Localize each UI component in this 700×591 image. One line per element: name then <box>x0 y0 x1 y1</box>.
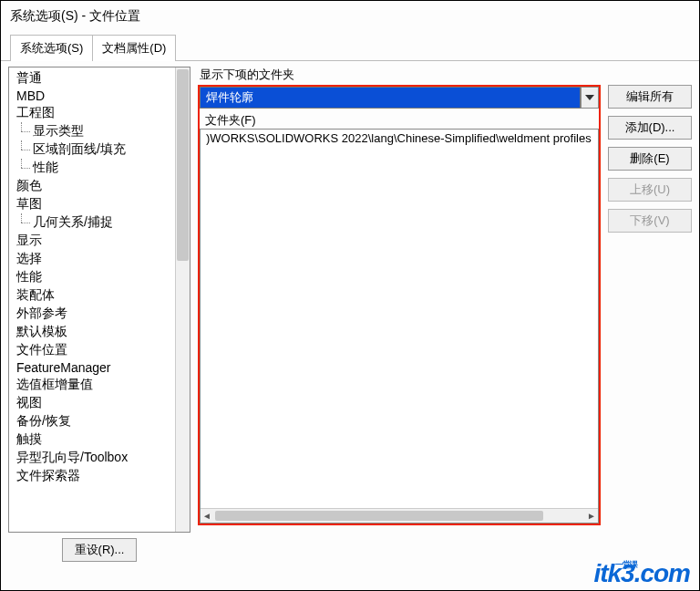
tree-item[interactable]: 触摸 <box>9 430 175 449</box>
tree-item[interactable]: 普通 <box>9 69 175 88</box>
dialog-title: 系统选项(S) - 文件位置 <box>1 1 699 32</box>
watermark: itk3.com 一堂课 <box>593 559 690 588</box>
delete-button[interactable]: 删除(E) <box>608 147 692 171</box>
tree-item[interactable]: 文件位置 <box>9 341 175 359</box>
watermark-suffix: .com <box>634 559 690 587</box>
dropdown-arrow-button[interactable] <box>581 87 599 109</box>
tree-item[interactable]: 异型孔向导/Toolbox <box>9 449 175 467</box>
tree-item[interactable]: 草图 <box>9 195 175 213</box>
folder-hscrollbar[interactable]: ◄ ► <box>201 508 598 523</box>
content-area: 普通MBD工程图显示类型区域剖面线/填充性能颜色草图几何关系/捕捉显示选择性能装… <box>1 61 699 567</box>
tree-item[interactable]: 备份/恢复 <box>9 412 175 430</box>
tab-system-options[interactable]: 系统选项(S) <box>10 35 93 61</box>
tree-item[interactable]: 外部参考 <box>9 305 175 323</box>
folder-list[interactable]: )WORKS\SOLIDWORKS 2022\lang\Chinese-Simp… <box>200 129 599 524</box>
scroll-thumb[interactable] <box>177 69 189 261</box>
tree-item[interactable]: 几何关系/捕捉 <box>9 213 175 232</box>
tree-item[interactable]: 性能 <box>9 268 175 286</box>
tree-item[interactable]: FeatureManager <box>9 359 175 376</box>
watermark-sub: 一堂课 <box>615 561 637 569</box>
folder-type-dropdown[interactable]: 焊件轮廓 <box>200 87 581 109</box>
scroll-left-icon[interactable]: ◄ <box>202 511 211 521</box>
tree-item[interactable]: 性能 <box>9 159 175 177</box>
tab-row: 系统选项(S) 文档属性(D) <box>1 32 699 61</box>
folder-path-item[interactable]: )WORKS\SOLIDWORKS 2022\lang\Chinese-Simp… <box>201 130 598 147</box>
tree-item[interactable]: 默认模板 <box>9 323 175 341</box>
scroll-right-icon[interactable]: ► <box>587 511 596 521</box>
tree-item[interactable]: 区域剖面线/填充 <box>9 140 175 159</box>
dropdown-row: 焊件轮廓 <box>200 87 599 109</box>
tree-item[interactable]: 选值框增量值 <box>9 376 175 394</box>
category-tree: 普通MBD工程图显示类型区域剖面线/填充性能颜色草图几何关系/捕捉显示选择性能装… <box>8 67 190 533</box>
tree-item[interactable]: 显示类型 <box>9 122 175 140</box>
tree-item[interactable]: 文件探索器 <box>9 467 175 485</box>
edit-all-button[interactable]: 编辑所有 <box>608 85 692 109</box>
tree-item[interactable]: 装配体 <box>9 286 175 305</box>
hscroll-thumb[interactable] <box>215 511 543 521</box>
dropdown-value: 焊件轮廓 <box>206 89 253 106</box>
move-down-button[interactable]: 下移(V) <box>608 209 692 233</box>
left-column: 普通MBD工程图显示类型区域剖面线/填充性能颜色草图几何关系/捕捉显示选择性能装… <box>8 67 190 562</box>
tree-scrollbar[interactable] <box>175 67 190 532</box>
show-folder-label: 显示下项的文件夹 <box>198 67 601 85</box>
tree-item[interactable]: 工程图 <box>9 104 175 122</box>
right-button-column: 编辑所有 添加(D)... 删除(E) 上移(U) 下移(V) <box>608 67 692 562</box>
add-button[interactable]: 添加(D)... <box>608 116 692 140</box>
options-dialog: 系统选项(S) - 文件位置 系统选项(S) 文档属性(D) 普通MBD工程图显… <box>0 0 700 591</box>
tree-item[interactable]: 颜色 <box>9 177 175 195</box>
tree-item[interactable]: 视图 <box>9 394 175 412</box>
tree-item[interactable]: 显示 <box>9 232 175 250</box>
chevron-down-icon <box>585 95 594 100</box>
move-up-button[interactable]: 上移(U) <box>608 178 692 202</box>
tab-document-properties[interactable]: 文档属性(D) <box>92 35 176 61</box>
folder-label: 文件夹(F) <box>200 109 599 129</box>
middle-column: 显示下项的文件夹 焊件轮廓 文件夹(F) )WORKS\SOLIDWORKS 2… <box>198 67 601 562</box>
highlight-box: 焊件轮廓 文件夹(F) )WORKS\SOLIDWORKS 2022\lang\… <box>198 85 601 525</box>
tree-list[interactable]: 普通MBD工程图显示类型区域剖面线/填充性能颜色草图几何关系/捕捉显示选择性能装… <box>9 67 175 532</box>
reset-button[interactable]: 重设(R)... <box>62 538 137 562</box>
tree-item[interactable]: 选择 <box>9 250 175 268</box>
reset-row: 重设(R)... <box>8 533 190 562</box>
tree-item[interactable]: MBD <box>9 88 175 104</box>
